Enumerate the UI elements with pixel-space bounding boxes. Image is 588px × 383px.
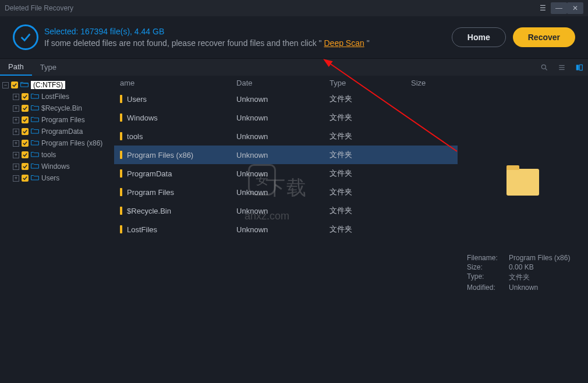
home-button[interactable]: Home: [452, 27, 506, 47]
tree-item-label: LostFiles: [41, 93, 69, 101]
checkbox[interactable]: [22, 163, 29, 170]
table-row[interactable]: toolsUnknown文件夹: [114, 127, 458, 146]
tree-item[interactable]: +Users: [2, 172, 112, 184]
detail-type: 文件夹: [509, 272, 530, 282]
col-date-header[interactable]: Date: [236, 79, 330, 87]
list-view-icon[interactable]: [553, 59, 571, 76]
folder-icon: [31, 174, 39, 183]
table-row[interactable]: Program Files (x86)Unknown文件夹: [114, 146, 458, 164]
tree-item-label: Program Files: [41, 116, 85, 124]
tab-bar: Path Type: [0, 58, 588, 76]
row-marker: [120, 207, 122, 215]
cell-date: Unknown: [236, 95, 330, 104]
cell-date: Unknown: [236, 151, 330, 159]
cell-type: 文件夹: [330, 131, 411, 141]
svg-rect-5: [576, 65, 579, 70]
svg-line-1: [546, 68, 547, 70]
deep-scan-link[interactable]: Deep Scan: [324, 38, 364, 48]
cell-name: Program Files (x86): [127, 151, 193, 159]
svg-point-0: [541, 65, 546, 69]
tree-item[interactable]: +$Recycle.Bin: [2, 102, 112, 114]
folder-icon: [31, 151, 39, 159]
detail-type-label: Type:: [467, 272, 509, 282]
checkbox[interactable]: [22, 151, 29, 158]
table-row[interactable]: $Recycle.BinUnknown文件夹: [114, 201, 458, 220]
detail-filename: Program Files (x86): [509, 254, 570, 262]
checkbox[interactable]: [22, 128, 29, 135]
cell-name: Users: [127, 95, 147, 104]
cell-name: Program Files: [127, 188, 174, 197]
tree-item[interactable]: +Program Files (x86): [2, 137, 112, 149]
tree-item[interactable]: +LostFiles: [2, 91, 112, 102]
table-row[interactable]: ProgramDataUnknown文件夹: [114, 164, 458, 183]
cell-name: LostFiles: [127, 225, 157, 234]
tree-item[interactable]: +tools: [2, 149, 112, 161]
detail-view-icon[interactable]: [571, 59, 588, 76]
expand-icon[interactable]: +: [13, 129, 19, 135]
expand-icon[interactable]: +: [13, 164, 19, 170]
folder-icon: [31, 104, 39, 113]
folder-icon: [31, 162, 39, 171]
expand-icon[interactable]: +: [13, 117, 19, 123]
tree-root-row[interactable]: − (C:NTFS): [2, 79, 112, 91]
col-size-header[interactable]: Size: [411, 79, 458, 87]
table-row[interactable]: Program FilesUnknown文件夹: [114, 183, 458, 201]
expand-icon[interactable]: +: [13, 152, 19, 158]
tree-item-label: Windows: [41, 162, 70, 171]
expand-icon[interactable]: +: [13, 140, 19, 147]
row-marker: [120, 225, 122, 233]
recover-button[interactable]: Recover: [513, 27, 575, 47]
checkbox[interactable]: [11, 81, 18, 88]
preview-panel: Filename:Program Files (x86) Size:0.00 K…: [458, 76, 588, 383]
cell-date: Unknown: [236, 225, 330, 234]
table-row[interactable]: WindowsUnknown文件夹: [114, 108, 458, 127]
tree-item-label: tools: [41, 151, 56, 159]
tree-item-label: Program Files (x86): [41, 139, 102, 147]
collapse-icon[interactable]: −: [2, 82, 9, 88]
close-button[interactable]: ✕: [567, 2, 583, 14]
cell-date: Unknown: [236, 188, 330, 197]
minimize-button[interactable]: —: [551, 2, 567, 14]
checkbox[interactable]: [22, 105, 29, 112]
row-marker: [120, 169, 122, 178]
checkbox[interactable]: [22, 116, 29, 123]
col-type-header[interactable]: Type: [330, 79, 411, 87]
detail-size: 0.00 KB: [509, 263, 534, 271]
cell-type: 文件夹: [330, 205, 411, 216]
cell-name: tools: [127, 132, 143, 141]
col-name-header[interactable]: ame: [120, 79, 236, 87]
row-marker: [120, 151, 122, 159]
cell-date: Unknown: [236, 207, 330, 215]
check-circle-icon: [13, 24, 38, 50]
checkbox[interactable]: [22, 140, 29, 147]
row-marker: [120, 114, 122, 122]
hint-text: If some deleted files are not found, ple…: [44, 38, 452, 48]
folder-icon: [31, 127, 39, 136]
tree-item[interactable]: +ProgramData: [2, 126, 112, 137]
search-icon[interactable]: [536, 59, 553, 76]
tab-path[interactable]: Path: [0, 59, 32, 76]
expand-icon[interactable]: +: [13, 175, 19, 182]
row-marker: [120, 132, 122, 140]
cell-name: $Recycle.Bin: [127, 207, 171, 215]
checkbox[interactable]: [22, 93, 29, 100]
detail-modified-label: Modified:: [467, 283, 509, 292]
tree-item[interactable]: +Windows: [2, 161, 112, 172]
table-row[interactable]: LostFilesUnknown文件夹: [114, 220, 458, 239]
folder-icon: [31, 93, 39, 101]
tree-item[interactable]: +Program Files: [2, 114, 112, 126]
cell-name: ProgramData: [127, 169, 172, 178]
expand-icon[interactable]: +: [13, 94, 19, 100]
folder-icon: [31, 116, 39, 125]
selected-summary: Selected: 167394 file(s), 4.44 GB: [44, 27, 452, 36]
cell-type: 文件夹: [330, 150, 411, 160]
cell-date: Unknown: [236, 114, 330, 122]
cell-type: 文件夹: [330, 94, 411, 104]
checkbox[interactable]: [22, 175, 29, 182]
row-marker: [120, 95, 122, 103]
expand-icon[interactable]: +: [13, 105, 19, 112]
tree-item-label: ProgramData: [41, 127, 83, 136]
menu-icon[interactable]: ☰: [534, 2, 551, 14]
tab-type[interactable]: Type: [32, 59, 65, 76]
table-row[interactable]: UsersUnknown文件夹: [114, 90, 458, 108]
